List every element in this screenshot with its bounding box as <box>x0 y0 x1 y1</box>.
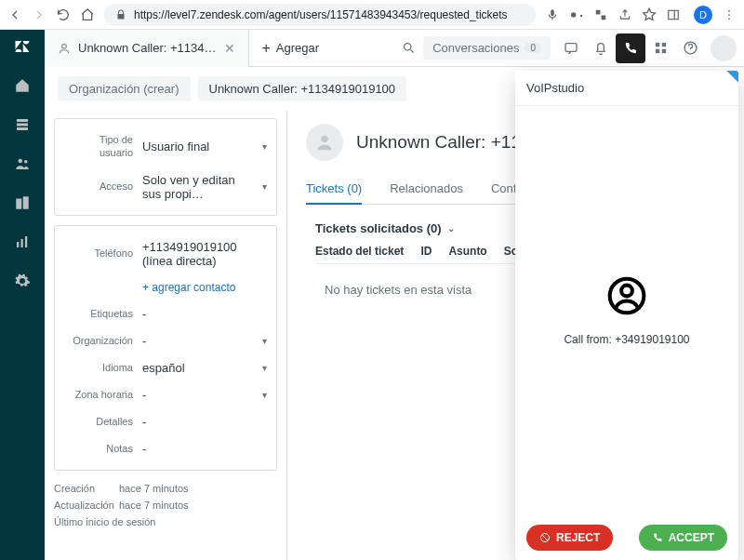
voip-title: VoIPstudio <box>515 71 738 106</box>
tz-select[interactable]: - <box>142 388 253 402</box>
svg-rect-12 <box>25 236 27 247</box>
type-select[interactable]: Usuario final <box>142 140 253 153</box>
add-contact-link[interactable]: + agregar contacto <box>142 281 235 294</box>
voip-panel: VoIPstudio Call from: +34919019100 REJEC… <box>515 71 738 560</box>
workspace-tab[interactable]: Unknown Caller: +1134… ✕ <box>45 30 249 67</box>
svg-point-8 <box>19 159 23 164</box>
lastlogin-meta: Último inicio de sesión <box>54 513 277 530</box>
user-details-pane: Tipo de usuarioUsuario final▾ AccesoSolo… <box>45 111 286 560</box>
org-select[interactable]: - <box>142 334 253 348</box>
org-icon[interactable] <box>13 193 32 212</box>
add-tab-button[interactable]: +Agregar <box>249 40 333 57</box>
col-subject: Asunto <box>448 245 486 258</box>
svg-rect-10 <box>17 242 19 247</box>
forward-icon[interactable] <box>32 7 46 22</box>
type-label: Tipo de usuario <box>64 133 133 160</box>
reports-icon[interactable] <box>13 233 32 251</box>
svg-rect-5 <box>17 119 28 122</box>
updated-meta: Actualizaciónhace 7 minutos <box>54 497 277 513</box>
tags-value[interactable]: - <box>142 307 267 321</box>
tz-label: Zona horaria <box>64 388 133 401</box>
workspace-tabs: Unknown Caller: +1134… ✕ +Agregar Conver… <box>45 30 744 67</box>
svg-point-0 <box>571 12 576 17</box>
lang-select[interactable]: español <box>142 361 253 375</box>
lock-icon <box>115 9 126 20</box>
call-from-text: Call from: +34919019100 <box>564 333 689 346</box>
accept-button[interactable]: ACCEPT <box>639 525 727 551</box>
svg-rect-15 <box>565 43 577 51</box>
admin-icon[interactable] <box>13 272 32 290</box>
tab-tickets[interactable]: Tickets (0) <box>306 181 362 205</box>
caller-icon <box>606 275 647 316</box>
profile-avatar[interactable]: D <box>694 6 712 24</box>
tab-related[interactable]: Relacionados <box>390 181 463 204</box>
customers-icon[interactable] <box>13 154 32 173</box>
svg-point-9 <box>24 160 28 164</box>
more-icon[interactable] <box>722 7 737 22</box>
bell-icon[interactable] <box>586 33 616 63</box>
access-label: Acceso <box>64 180 133 193</box>
close-tab-icon[interactable]: ✕ <box>224 41 235 56</box>
profile-name: Unknown Caller: +1134 <box>356 132 540 153</box>
chevron-down-icon: ▾ <box>262 336 267 346</box>
chevron-down-icon: ▾ <box>262 181 267 192</box>
user-avatar[interactable] <box>711 35 737 61</box>
svg-point-21 <box>321 136 327 142</box>
svg-rect-17 <box>661 43 665 47</box>
apps-icon[interactable] <box>645 33 675 63</box>
reload-icon[interactable] <box>56 7 71 22</box>
notes-label: Notas <box>64 442 133 455</box>
svg-point-13 <box>62 44 67 48</box>
access-select[interactable]: Solo ven y editan sus propi… <box>142 173 253 201</box>
help-icon[interactable] <box>675 33 705 63</box>
chat-icon[interactable] <box>556 33 586 63</box>
phone-icon[interactable] <box>616 33 645 63</box>
share-icon[interactable] <box>618 7 632 22</box>
org-label: Organización <box>64 334 133 347</box>
svg-rect-7 <box>17 127 28 130</box>
user-icon <box>58 42 71 55</box>
details-label: Detalles <box>64 415 133 428</box>
notes-value[interactable]: - <box>142 442 267 456</box>
url-input[interactable] <box>134 8 525 21</box>
views-icon[interactable] <box>13 115 32 134</box>
svg-point-14 <box>404 44 411 51</box>
conversations-button[interactable]: Conversaciones0 <box>423 36 551 60</box>
phone-label: Teléfono <box>64 247 133 260</box>
details-value[interactable]: - <box>142 415 267 429</box>
chevron-down-icon: ⌄ <box>447 223 455 233</box>
back-icon[interactable] <box>7 7 22 22</box>
zendesk-logo-icon[interactable] <box>13 37 32 56</box>
profile-avatar-icon <box>306 124 343 161</box>
home-icon[interactable] <box>80 7 95 22</box>
tags-label: Etiquetas <box>64 307 133 320</box>
svg-rect-11 <box>21 239 23 247</box>
address-bar[interactable] <box>104 4 536 26</box>
svg-point-23 <box>621 286 632 297</box>
tab-label: Unknown Caller: +1134… <box>78 41 217 55</box>
reject-button[interactable]: REJECT <box>526 525 613 551</box>
star-icon[interactable] <box>642 7 657 22</box>
panel-icon[interactable] <box>666 7 681 22</box>
name-crumb[interactable]: Unknown Caller: +1134919019100 <box>198 76 407 101</box>
lang-label: Idioma <box>64 361 133 374</box>
svg-rect-6 <box>17 124 28 127</box>
chevron-down-icon: ▾ <box>262 141 267 152</box>
svg-point-4 <box>728 18 730 20</box>
translate-icon[interactable] <box>593 7 608 22</box>
home-nav-icon[interactable] <box>13 76 32 95</box>
browser-toolbar: D <box>0 0 744 30</box>
svg-point-2 <box>728 10 730 12</box>
chevron-down-icon: ▾ <box>262 363 267 373</box>
phone-value: +1134919019100 (línea directa) <box>142 240 267 268</box>
corner-decoration <box>722 71 738 87</box>
col-id: ID <box>420 245 432 258</box>
chevron-down-icon: ▾ <box>262 390 267 400</box>
svg-rect-1 <box>669 10 679 19</box>
key-icon[interactable] <box>569 7 584 22</box>
col-state: Estado del ticket <box>315 245 404 258</box>
svg-rect-18 <box>655 49 658 53</box>
search-icon[interactable] <box>393 33 423 63</box>
org-crumb[interactable]: Organización (crear) <box>58 76 191 101</box>
mic-icon[interactable] <box>545 7 560 22</box>
